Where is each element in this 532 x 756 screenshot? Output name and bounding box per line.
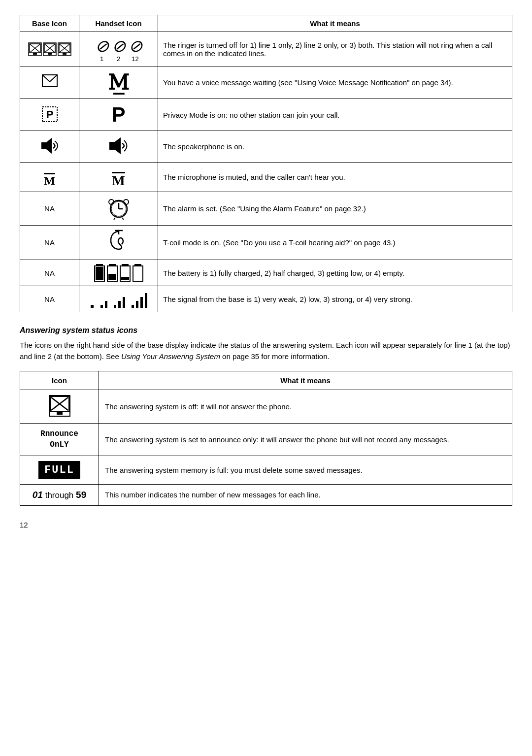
svg-rect-50	[118, 301, 121, 308]
answering-section-body: The icons on the right hand side of the …	[20, 340, 512, 362]
base-speaker-svg	[40, 136, 60, 156]
table-row: FULL The answering system memory is full…	[20, 456, 512, 484]
table-row: 01 through 59 This number indicates the …	[20, 484, 512, 505]
base-icon-ringer-off: 1 2	[20, 32, 79, 66]
meaning-mute: The microphone is muted, and the caller …	[158, 163, 512, 192]
svg-rect-45	[133, 266, 143, 282]
meaning-message-count: This number indicates the number of new …	[99, 484, 512, 505]
page-number: 12	[20, 521, 512, 529]
battery-full-svg	[94, 264, 105, 282]
italic-text: Using Your Answering System	[121, 352, 220, 361]
svg-rect-49	[114, 305, 116, 308]
meaning-battery: The battery is 1) fully charged, 2) half…	[158, 260, 512, 286]
signal-1-svg	[90, 290, 95, 308]
handset-icon-signal	[79, 286, 158, 312]
base-privacy-svg: P	[42, 106, 58, 122]
base-icon-speakerphone	[20, 131, 79, 163]
base-icon-privacy: P	[20, 99, 79, 131]
handset-icon-battery	[79, 260, 158, 286]
header-base-icon: Base Icon	[20, 15, 79, 32]
handset-icon-ringer-off: ⊘ 1 ⊘ 2 ⊘ 12	[79, 32, 158, 66]
svg-rect-60	[57, 412, 63, 415]
tcoil-svg	[108, 230, 130, 254]
table-row: M̲ You have a voice message waiting (see…	[20, 66, 512, 99]
handset-icon-voice-message: M̲	[79, 66, 158, 99]
handset-speaker-svg	[108, 135, 130, 157]
meaning-privacy: Privacy Mode is on: no other station can…	[158, 99, 512, 131]
base-icon-na-battery: NA	[20, 260, 79, 286]
icon-answering-off	[20, 390, 99, 424]
svg-rect-23	[109, 142, 115, 150]
signal-2-svg	[100, 290, 108, 308]
icon-message-count: 01 through 59	[20, 484, 99, 505]
svg-rect-46	[91, 305, 94, 308]
meaning-alarm: The alarm is set. (See "Using the Alarm …	[158, 192, 512, 226]
svg-rect-48	[105, 301, 107, 308]
svg-rect-21	[41, 142, 46, 149]
svg-rect-40	[108, 274, 116, 280]
base-icon-na-tcoil: NA	[20, 226, 79, 260]
svg-rect-55	[145, 293, 147, 308]
svg-text:12: 12	[63, 53, 66, 56]
handset-icon-mute: M	[79, 163, 158, 192]
answering-icon-table: Icon What it means The answering system …	[20, 371, 512, 506]
svg-rect-47	[100, 305, 103, 308]
base-icon-voice-message	[20, 66, 79, 99]
svg-text:1: 1	[34, 53, 36, 56]
base-icon-svg-3: 12	[58, 42, 71, 56]
svg-line-32	[122, 218, 124, 220]
svg-rect-54	[140, 297, 143, 308]
alarm-svg	[108, 196, 130, 220]
table-row: M M The microphone is muted, and the cal…	[20, 163, 512, 192]
svg-rect-52	[132, 305, 134, 308]
full-text: FULL	[38, 461, 80, 479]
answering-section-title: Answering system status icons	[20, 326, 512, 335]
svg-rect-51	[123, 297, 125, 308]
table-row: Rnnounce OnLY The answering system is se…	[20, 424, 512, 456]
meaning-signal: The signal from the base is 1) very weak…	[158, 286, 512, 312]
handset-icon-speakerphone	[79, 131, 158, 163]
icon-announce-only: Rnnounce OnLY	[20, 424, 99, 456]
svg-rect-43	[121, 277, 129, 280]
answering-off-svg	[49, 395, 70, 417]
svg-text:2: 2	[49, 53, 51, 56]
table-row: NA T-coil mode is on. (See "Do you use a…	[20, 226, 512, 260]
signal-4-svg	[131, 290, 148, 308]
header-icon: Icon	[20, 371, 99, 390]
base-icon-svg-1: 1	[28, 42, 42, 56]
header-meaning: What it means	[158, 15, 512, 32]
svg-text:P: P	[46, 108, 53, 121]
table-row: The answering system is off: it will not…	[20, 390, 512, 424]
battery-empty-svg	[133, 264, 143, 282]
handset-icon-alarm	[79, 192, 158, 226]
message-count-display: 01 through 59	[33, 491, 86, 500]
table-row: P P Privacy Mode is on: no other station…	[20, 99, 512, 131]
table-row: 1 2	[20, 32, 512, 66]
announce-only-text: Rnnounce OnLY	[26, 428, 93, 451]
base-vm-svg	[42, 74, 58, 90]
handset-icon-tcoil	[79, 226, 158, 260]
table-row: NA	[20, 286, 512, 312]
svg-marker-24	[115, 137, 121, 154]
table-row: The speakerphone is on.	[20, 131, 512, 163]
meaning-tcoil: T-coil mode is on. (See "Do you use a T-…	[158, 226, 512, 260]
base-icon-na-signal: NA	[20, 286, 79, 312]
base-icon-na-alarm: NA	[20, 192, 79, 226]
svg-rect-37	[96, 267, 103, 280]
body-text-3: on page 35 for more information.	[222, 352, 330, 361]
battery-half-svg	[107, 264, 118, 282]
base-icon-svg-2: 2	[43, 42, 57, 56]
header-what-it-means: What it means	[99, 371, 512, 390]
meaning-announce-only: The answering system is set to announce …	[99, 424, 512, 456]
signal-3-svg	[113, 290, 126, 308]
svg-line-31	[114, 218, 115, 220]
svg-marker-22	[46, 138, 52, 154]
icon-full: FULL	[20, 456, 99, 484]
handset-icon-privacy: P	[79, 99, 158, 131]
meaning-full: The answering system memory is full: you…	[99, 456, 512, 484]
battery-low-svg	[120, 264, 131, 282]
header-handset-icon: Handset Icon	[79, 15, 158, 32]
table-row: NA The alarm is set. (See "Using the	[20, 192, 512, 226]
meaning-ringer-off: The ringer is turned off for 1) line 1 o…	[158, 32, 512, 66]
meaning-speakerphone: The speakerphone is on.	[158, 131, 512, 163]
